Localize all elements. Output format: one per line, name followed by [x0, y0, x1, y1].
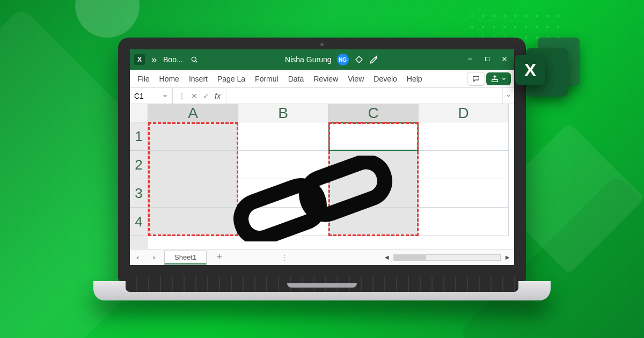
tab-insert[interactable]: Insert: [185, 71, 212, 86]
sheet-tab-active[interactable]: Sheet1: [164, 251, 207, 264]
laptop-mockup: X » Boo... Nisha Gurung NG: [118, 38, 526, 300]
diamond-icon[interactable]: [354, 55, 364, 64]
formula-input[interactable]: [226, 88, 502, 104]
excel-window: X » Boo... Nisha Gurung NG: [130, 49, 514, 265]
tab-file[interactable]: File: [133, 71, 154, 86]
share-button[interactable]: [486, 72, 511, 85]
tab-view[interactable]: View: [343, 71, 368, 86]
account-name[interactable]: Nisha Gurung: [285, 55, 331, 64]
tab-formulas[interactable]: Formul: [251, 71, 283, 86]
enter-icon[interactable]: ✓: [203, 92, 209, 100]
row-header-2[interactable]: 2: [130, 151, 148, 179]
row-headers: 1 2 3 4: [130, 122, 148, 249]
document-title[interactable]: Boo...: [163, 55, 183, 64]
column-headers: A B C D: [148, 104, 514, 122]
comments-button[interactable]: [467, 72, 485, 86]
horizontal-scrollbar[interactable]: ◄ ►: [383, 253, 514, 261]
tab-page-layout[interactable]: Page La: [213, 71, 250, 86]
name-box[interactable]: C1: [130, 88, 173, 104]
app-icon: X: [134, 54, 145, 65]
avatar[interactable]: NG: [337, 54, 349, 65]
close-button[interactable]: [499, 55, 510, 64]
excel-logo-letter: X: [515, 55, 545, 85]
sheet-tab-bar: ‹ › Sheet1 + ⋮ ◄ ►: [130, 249, 514, 265]
laptop-base: [93, 281, 551, 300]
svg-line-1: [195, 61, 197, 62]
column-header-a[interactable]: A: [148, 104, 238, 122]
svg-rect-7: [492, 79, 498, 82]
cancel-icon[interactable]: ✕: [191, 92, 197, 100]
tab-developer[interactable]: Develo: [369, 71, 401, 86]
row-header-1[interactable]: 1: [130, 122, 148, 151]
title-bar: X » Boo... Nisha Gurung NG: [130, 49, 514, 70]
quick-access-overflow[interactable]: »: [151, 55, 157, 64]
add-sheet-button[interactable]: +: [216, 252, 222, 263]
more-icon[interactable]: ⋮: [178, 92, 186, 100]
column-header-c[interactable]: C: [328, 104, 419, 122]
scroll-right-icon[interactable]: ►: [504, 253, 511, 261]
column-header-d[interactable]: D: [419, 104, 509, 122]
svg-point-0: [192, 57, 196, 61]
sheet-tabs-menu[interactable]: ⋮: [281, 253, 288, 261]
row-header-3[interactable]: 3: [130, 179, 148, 208]
maximize-button[interactable]: [482, 55, 493, 64]
formula-bar: C1 ⋮ ✕ ✓ fx: [130, 88, 514, 104]
pen-icon[interactable]: [369, 55, 379, 64]
svg-rect-4: [486, 57, 489, 61]
tab-review[interactable]: Review: [309, 71, 342, 86]
column-header-b[interactable]: B: [238, 104, 328, 122]
excel-logo-badge: X: [515, 38, 580, 97]
ribbon-tabs: File Home Insert Page La Formul Data Rev…: [130, 70, 514, 88]
svg-marker-2: [356, 56, 362, 63]
minimize-button[interactable]: [465, 55, 475, 64]
active-cell-outline: [328, 122, 419, 151]
tab-data[interactable]: Data: [284, 71, 309, 86]
sheet-nav-next[interactable]: ›: [153, 253, 155, 261]
name-box-value: C1: [134, 92, 144, 100]
sheet-nav-prev[interactable]: ‹: [137, 253, 139, 261]
tab-help[interactable]: Help: [402, 71, 427, 86]
formula-bar-expand[interactable]: [502, 88, 514, 104]
scroll-left-icon[interactable]: ◄: [383, 253, 390, 261]
row-header-4[interactable]: 4: [130, 208, 148, 236]
search-icon[interactable]: [189, 55, 199, 64]
fx-label[interactable]: fx: [215, 92, 221, 100]
spreadsheet-grid[interactable]: A B C D 1 2 3 4: [130, 104, 514, 249]
select-all-corner[interactable]: [130, 104, 148, 122]
tab-home[interactable]: Home: [155, 71, 184, 86]
